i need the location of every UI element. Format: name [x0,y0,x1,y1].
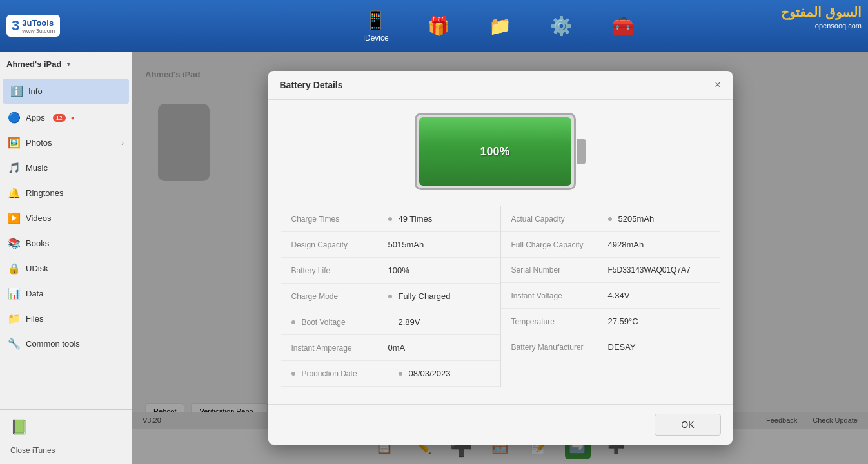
battery-life-value: 100% [388,266,409,275]
production-date-label: Production Date [302,369,392,378]
actual-capacity-label: Actual Capacity [511,215,602,224]
temperature-value: 27.59°C [608,316,638,326]
sidebar-bottom-icon-area: 📗 [6,416,125,438]
sidebar-items: ℹ️ Info 🔵 Apps 12 ● 🖼️ Photos › 🎵 Music [0,77,132,409]
info-row-actual-capacity: Actual Capacity 5205mAh [501,206,720,232]
sidebar-label-files: Files [26,314,43,324]
sidebar-item-ringtones[interactable]: 🔔 Ringtones [0,180,132,206]
nav-item-1[interactable]: 🎁 [428,15,450,37]
design-capacity-value: 5015mAh [388,240,424,249]
logo-area: 3 3uTools www.3u.com [6,15,135,37]
charge-mode-value: Fully Charged [399,291,451,301]
device-name: Ahmed's iPad [6,59,61,69]
brand-sub: opensooq.com [781,21,862,31]
nav-idevice[interactable]: 📱 iDevice [363,10,388,43]
info-row-full-charge: Full Charge Capacity 4928mAh [501,232,720,258]
battery-percent: 100% [480,145,509,159]
nav-item-3[interactable]: ⚙️ [550,15,573,37]
charge-mode-label: Charge Mode [291,292,382,301]
sidebar-item-videos[interactable]: ▶️ Videos [0,206,132,231]
info-row-instant-voltage: Instant Voltage 4.34V [501,283,720,309]
logo-box: 3 3uTools www.3u.com [6,15,60,37]
sidebar-item-books[interactable]: 📚 Books [0,231,132,256]
ok-button[interactable]: OK [655,414,720,436]
battery-outer: 100% [415,113,586,190]
files-icon: 📁 [8,313,21,325]
apps-badge: 12 [53,114,66,122]
sidebar-item-photos[interactable]: 🖼️ Photos › [0,130,132,155]
sidebar-bottom: 📗 Close iTunes [0,409,132,464]
udisk-icon: 🔒 [8,262,21,275]
ringtones-icon: 🔔 [8,187,21,199]
modal-body: 100% Charge Times [268,100,733,404]
videos-icon: ▶️ [8,212,21,224]
logo-name: 3uTools [22,18,55,28]
modal-overlay: Battery Details × 100% [132,52,868,464]
info-row-serial: Serial Number F5D33143WAQ01Q7A7 [501,258,720,283]
sidebar-label-udisk: UDisk [26,264,48,273]
sidebar-label-info: Info [28,86,43,96]
nav-item-4[interactable]: 🧰 [611,15,634,37]
sidebar-label-ringtones: Ringtones [26,188,64,198]
logo-text-area: 3uTools www.3u.com [22,18,55,34]
sidebar-label-data: Data [26,289,43,298]
logo-url: www.3u.com [22,28,55,34]
photos-icon: 🖼️ [8,137,21,149]
nav-icon-4: 🧰 [611,15,634,37]
nav-item-2[interactable]: 📁 [489,15,511,37]
boot-voltage-value: 2.89V [399,317,420,327]
full-charge-label: Full Charge Capacity [511,240,602,249]
battery-manufacturer-value: DESAY [608,342,636,352]
boot-voltage-label: Boot Voltage [302,318,392,327]
modal-title: Battery Details [280,80,343,90]
sidebar-label-music: Music [26,163,48,173]
modal-close-button[interactable]: × [715,80,720,90]
instant-amperage-value: 0mA [388,343,406,353]
info-row-charge-times: Charge Times 49 Times [281,206,500,232]
device-header[interactable]: Ahmed's iPad ▼ [0,52,132,77]
serial-value: F5D33143WAQ01Q7A7 [608,266,691,275]
modal-header: Battery Details × [268,71,733,100]
sidebar-item-data[interactable]: 📊 Data [0,281,132,306]
full-charge-value: 4928mAh [608,240,644,249]
main-layout: Ahmed's iPad ▼ ℹ️ Info 🔵 Apps 12 ● 🖼️ Ph… [0,52,868,464]
actual-capacity-dot [608,217,612,221]
sidebar-item-files[interactable]: 📁 Files [0,306,132,331]
sidebar-item-udisk[interactable]: 🔒 UDisk [0,256,132,281]
brand-logo: السوق المفتوح opensooq.com [781,3,862,31]
top-bar: 3 3uTools www.3u.com 📱 iDevice 🎁 📁 ⚙️ 🧰 … [0,0,868,52]
charge-times-value: 49 Times [399,214,433,224]
info-col-right: Actual Capacity 5205mAh Full Charge Capa… [500,206,720,387]
sidebar-item-apps[interactable]: 🔵 Apps 12 ● [0,105,132,130]
instant-voltage-value: 4.34V [608,291,630,300]
sidebar-label-apps: Apps [26,113,45,122]
sidebar-label-photos: Photos [26,138,52,148]
modal-footer: OK [268,404,733,445]
info-row-battery-manufacturer: Battery Manufacturer DESAY [501,334,720,360]
instant-amperage-label: Instant Amperage [291,343,382,353]
temperature-label: Temperature [511,317,602,326]
nav-icon-3: ⚙️ [550,15,573,37]
sidebar-item-info[interactable]: ℹ️ Info [3,79,129,104]
logo-3: 3 [12,17,19,34]
info-col-left: Charge Times 49 Times Design Capacity 50… [281,206,500,387]
sidebar: Ahmed's iPad ▼ ℹ️ Info 🔵 Apps 12 ● 🖼️ Ph… [0,52,132,464]
battery-manufacturer-label: Battery Manufacturer [511,343,602,352]
battery-tip [577,139,586,164]
production-date-dot [291,372,295,376]
sidebar-item-common-tools[interactable]: 🔧 Common tools [0,331,132,356]
sidebar-label-videos: Videos [26,213,52,223]
battery-fill: 100% [419,117,571,186]
serial-label: Serial Number [511,266,602,275]
nav-icon-1: 🎁 [428,15,450,37]
close-itunes-button[interactable]: Close iTunes [6,443,125,458]
charge-times-dot [388,217,392,221]
bottom-app-icon: 📗 [10,419,28,436]
battery-life-label: Battery Life [291,266,382,275]
sidebar-item-music[interactable]: 🎵 Music [0,155,132,180]
production-date-value: 08/03/2023 [409,369,451,378]
charge-times-label: Charge Times [291,215,382,224]
chevron-down-icon: ▼ [65,61,72,68]
sidebar-label-common-tools: Common tools [26,339,80,349]
info-row-production-date: Production Date 08/03/2023 [281,361,500,387]
